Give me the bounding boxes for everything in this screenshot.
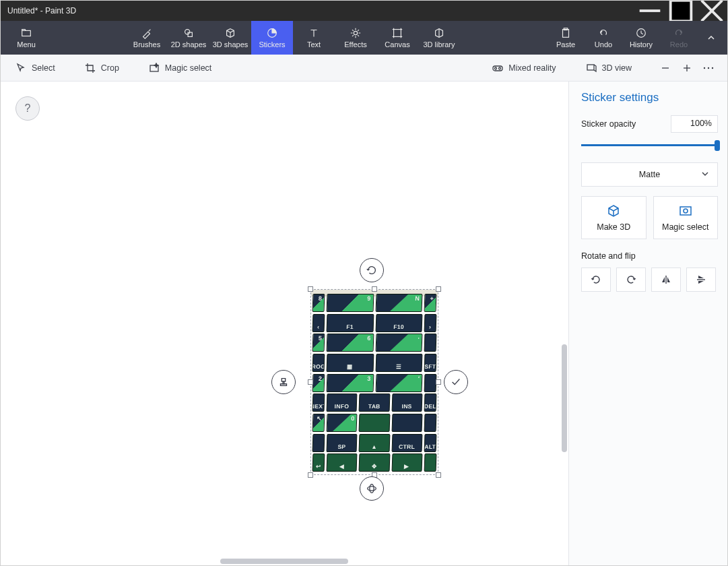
slider-thumb[interactable] xyxy=(715,140,720,151)
select-button[interactable]: Select xyxy=(9,55,62,81)
slider-track xyxy=(581,144,718,146)
ribbon: Menu Brushes 2D shapes 3D shapes Sticker… xyxy=(1,21,727,55)
svg-rect-17 xyxy=(587,65,594,70)
zoom-in-button[interactable] xyxy=(676,55,698,81)
resize-handle[interactable] xyxy=(436,286,441,292)
rotate-ccw-button[interactable] xyxy=(581,268,611,292)
history-button[interactable]: History xyxy=(622,21,660,55)
history-icon xyxy=(635,27,647,39)
window-close-button[interactable] xyxy=(696,1,727,21)
magic-select-label: Magic select xyxy=(165,63,211,73)
tool-3d-shapes[interactable]: 3D shapes xyxy=(209,21,251,55)
tool-3d-library[interactable]: 3D library xyxy=(418,21,460,55)
mixed-reality-button[interactable]: Mixed reality xyxy=(486,55,562,81)
opacity-input[interactable]: 100% xyxy=(671,115,718,133)
mixed-reality-icon xyxy=(492,63,503,73)
undo-icon xyxy=(597,27,609,39)
make-3d-button[interactable]: Make 3D xyxy=(581,196,647,239)
commit-button[interactable] xyxy=(444,370,468,394)
sticker-selection[interactable]: 89N+‹F1F10›56·ROG▦☰SFT23′NEXTINFOTABINSD… xyxy=(310,289,438,475)
canvas-icon xyxy=(391,27,403,39)
opacity-slider[interactable] xyxy=(581,137,718,153)
magic-select-icon xyxy=(678,203,693,218)
magic-select-card[interactable]: Magic select xyxy=(653,196,719,239)
finish-value: Matte xyxy=(639,170,660,179)
undo-button[interactable]: Undo xyxy=(585,21,622,55)
window-minimize-button[interactable] xyxy=(634,1,665,21)
svg-point-5 xyxy=(185,30,190,34)
shapes-2d-icon xyxy=(183,27,195,39)
finish-dropdown[interactable]: Matte xyxy=(581,162,718,187)
sticker-icon xyxy=(266,27,278,39)
tool-2d-shapes[interactable]: 2D shapes xyxy=(168,21,209,55)
tool-label: 3D library xyxy=(423,40,455,49)
horizontal-scrollbar[interactable] xyxy=(220,559,348,564)
tool-text[interactable]: Text xyxy=(293,21,335,55)
resize-handle[interactable] xyxy=(308,472,313,478)
svg-point-15 xyxy=(495,67,497,69)
tool-effects[interactable]: Effects xyxy=(335,21,376,55)
window-maximize-button[interactable] xyxy=(665,1,696,21)
opacity-label: Sticker opacity xyxy=(581,119,636,129)
title-bar: Untitled* - Paint 3D xyxy=(1,1,727,21)
3d-view-button[interactable]: 3D view xyxy=(579,55,638,81)
tool-brushes[interactable]: Brushes xyxy=(126,21,168,55)
stamp-button[interactable] xyxy=(271,370,296,394)
svg-rect-9 xyxy=(394,30,401,37)
ribbon-tools: Brushes 2D shapes 3D shapes Stickers Tex… xyxy=(126,21,460,55)
svg-point-27 xyxy=(684,209,688,213)
svg-rect-6 xyxy=(188,32,192,36)
svg-point-24 xyxy=(368,486,376,491)
select-label: Select xyxy=(32,63,55,73)
svg-point-25 xyxy=(370,484,374,493)
cursor-icon xyxy=(15,63,26,73)
ribbon-collapse-toggle[interactable] xyxy=(698,21,725,55)
zoom-out-button[interactable] xyxy=(655,55,676,81)
crop-icon xyxy=(85,63,96,73)
toolbar: Select Crop Magic select Mixed reality 3… xyxy=(1,55,727,82)
redo-icon xyxy=(673,27,685,39)
redo-label: Redo xyxy=(670,40,688,49)
vertical-scrollbar[interactable] xyxy=(562,344,567,452)
rotate-cw-button[interactable] xyxy=(616,268,646,292)
resize-handle[interactable] xyxy=(436,379,441,385)
window-title: Untitled* - Paint 3D xyxy=(1,6,634,15)
redo-button[interactable]: Redo xyxy=(660,21,698,55)
effects-icon xyxy=(350,27,362,39)
magic-select-button[interactable]: Magic select xyxy=(142,55,218,81)
text-icon xyxy=(308,27,320,39)
tool-label: Text xyxy=(307,40,321,49)
tool-stickers[interactable]: Stickers xyxy=(251,21,293,55)
history-label: History xyxy=(630,40,653,49)
chevron-down-icon xyxy=(701,170,709,180)
folder-icon xyxy=(20,27,32,39)
view-3d-icon xyxy=(586,63,597,73)
svg-point-8 xyxy=(354,31,357,34)
library-3d-icon xyxy=(433,27,445,39)
help-button[interactable]: ? xyxy=(15,96,40,121)
rotate-handle[interactable] xyxy=(360,258,384,282)
more-button[interactable] xyxy=(698,55,719,81)
resize-handle[interactable] xyxy=(436,472,441,478)
menu-button[interactable]: Menu xyxy=(1,21,52,55)
tool-label: Stickers xyxy=(259,40,285,49)
svg-point-16 xyxy=(499,67,501,69)
ribbon-right: Paste Undo History Redo xyxy=(547,21,727,55)
brush-icon xyxy=(141,27,153,39)
tool-canvas[interactable]: Canvas xyxy=(376,21,418,55)
canvas[interactable]: ? 89N+‹F1F10›56·ROG▦☰SFT23′NEXTINFOTABIN… xyxy=(1,82,568,565)
resize-handle[interactable] xyxy=(308,379,313,385)
make-3d-label: Make 3D xyxy=(597,222,630,232)
paste-button[interactable]: Paste xyxy=(547,21,585,55)
undo-label: Undo xyxy=(595,40,612,49)
svg-rect-4 xyxy=(22,30,31,36)
crop-button[interactable]: Crop xyxy=(78,55,126,81)
resize-handle[interactable] xyxy=(308,286,313,292)
flip-horizontal-button[interactable] xyxy=(651,268,681,292)
resize-handle[interactable] xyxy=(372,286,377,292)
flip-vertical-button[interactable] xyxy=(686,268,716,292)
panel-title: Sticker settings xyxy=(581,91,718,104)
svg-point-23 xyxy=(712,67,713,68)
z-rotate-handle[interactable] xyxy=(360,476,384,501)
svg-point-21 xyxy=(704,67,705,68)
